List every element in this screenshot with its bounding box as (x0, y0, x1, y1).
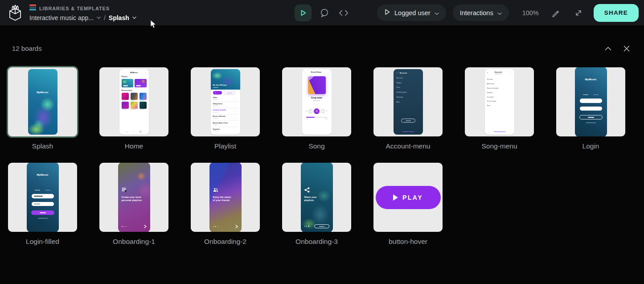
section-title: Playlists (122, 76, 128, 78)
board-tile-button-hover[interactable]: PLAY button-hover (373, 163, 443, 246)
playlist-add-icon (122, 187, 127, 193)
layers-icon (29, 4, 36, 12)
next-arrow-icon (144, 225, 147, 228)
page-dots (122, 226, 127, 227)
play-pill-button[interactable]: PLAY (376, 186, 441, 209)
signin-button (31, 210, 54, 215)
play-button[interactable] (295, 4, 312, 21)
password-field (580, 107, 602, 111)
board-label: Song-menu (465, 142, 534, 151)
chevron-down-icon[interactable] (97, 16, 101, 19)
album-grid (122, 93, 147, 109)
close-icon[interactable] (623, 45, 630, 52)
thumbnail-onboarding-3: Share your playlists (301, 163, 333, 232)
pause-button (314, 108, 320, 114)
app-logo-icon[interactable] (6, 4, 24, 22)
forgot-link (38, 218, 48, 218)
topbar-right-tools: Logged user Interactions 100% (377, 4, 639, 22)
artist-name: Artist name (313, 100, 320, 102)
artist-name: Artist name (488, 74, 509, 75)
share-button[interactable]: SHARE (594, 4, 639, 22)
bottom-nav: ⌂○▤ (119, 130, 149, 133)
chevron-down-icon (497, 9, 502, 16)
board-label: Account-menu (373, 142, 443, 151)
app-title: MyMusic (585, 78, 596, 81)
collapse-chevron-icon[interactable] (605, 46, 611, 51)
pencil-icon[interactable] (550, 7, 562, 18)
heart-share-icons: ♡ ^ (313, 103, 320, 105)
thumbnail-login: MyMusic (575, 67, 607, 136)
chevron-down-icon (435, 9, 439, 16)
board-tile-onboarding-3[interactable]: Share your playlists Onboarding-3 (282, 163, 351, 246)
play-pill (213, 91, 222, 95)
board-grid-row-2: MyMusic Login-filled Create your most pe… (0, 163, 644, 246)
libraries-templates-label: LIBRARIES & TEMPLATES (39, 6, 110, 11)
logged-user-label: Logged user (394, 9, 431, 16)
board-label: Login (556, 142, 625, 151)
board-tile-song-menu[interactable]: × Song nameArtist name ♡^ Start radio Ad… (465, 67, 534, 151)
expand-icon[interactable] (573, 8, 584, 18)
project-name-dropdown[interactable]: Interactive music app... (29, 14, 94, 21)
playlist-buttons (211, 90, 240, 96)
thumbnail-splash: MyMusic (28, 69, 57, 135)
board-tile-onboarding-2[interactable]: Enjoy the music of your friends Onboardi… (191, 163, 260, 246)
board-tile-account-menu[interactable]: ×My account My account Playback Social S… (373, 67, 443, 151)
board-tile-login-filled[interactable]: MyMusic Login-filled (8, 163, 77, 246)
search-icon: ○ (133, 130, 134, 133)
topbar: LIBRARIES & TEMPLATES Interactive music … (0, 0, 644, 25)
section-title: Recent activity (122, 90, 132, 91)
board-tile-login[interactable]: MyMusic Login (556, 67, 625, 151)
time-labels (306, 119, 328, 119)
breadcrumb-block: LIBRARIES & TEMPLATES Interactive music … (29, 4, 136, 21)
chevron-down-icon[interactable] (132, 16, 136, 19)
more-dots-icon: … (145, 76, 147, 78)
playlist-hero: My dear Mixtape (211, 69, 240, 90)
close-icon: × (397, 72, 398, 74)
board-grid-row-1: MyMusic Splash MyMusic⋮ Playlists… Recen… (0, 67, 644, 151)
picker-header: 12 boards (0, 45, 644, 52)
code-icon[interactable] (337, 8, 350, 18)
email-field (580, 99, 602, 103)
board-tile-home[interactable]: MyMusic⋮ Playlists… Recent activity… ⌂○▤… (99, 67, 168, 151)
more-dots-icon: … (145, 90, 147, 91)
interactions-dropdown[interactable]: Interactions (453, 4, 509, 21)
next-arrow-icon (235, 225, 238, 228)
album-art (308, 76, 326, 94)
app-window: LIBRARIES & TEMPLATES Interactive music … (0, 0, 644, 284)
shuffle-icon: ⇄ (306, 110, 307, 112)
repeat-icon: ↻ (326, 110, 328, 112)
playlist-cards (122, 79, 147, 87)
password-field (32, 202, 54, 206)
board-label: Onboarding-2 (191, 238, 260, 246)
app-title: MyMusic (130, 71, 138, 74)
onboarding-caption: Enjoy the music of your friends (213, 196, 234, 202)
playlist-title: My dear Mixtape (213, 84, 227, 86)
thumbnail-account-menu: ×My account My account Playback Social S… (394, 69, 423, 135)
signin-button (579, 115, 603, 119)
play-label: PLAY (402, 194, 423, 201)
board-count: 12 boards (12, 45, 42, 52)
thumbnail-song: ‹My dear Mixtape⋮ Song name Artist name … (302, 69, 332, 135)
board-tile-song[interactable]: ‹My dear Mixtape⋮ Song name Artist name … (282, 67, 351, 151)
thumbnail-login-filled: MyMusic (27, 163, 59, 232)
board-tile-splash[interactable]: MyMusic Splash (8, 67, 77, 151)
logged-user-dropdown[interactable]: Logged user (377, 4, 446, 21)
board-tile-playlist[interactable]: My dear Mixtape Hidden Holding Horses Cu… (191, 67, 260, 151)
footer-link (402, 132, 414, 132)
board-tile-onboarding-1[interactable]: Create your most personal playlists Onbo… (99, 163, 168, 246)
app-title: MyMusic (37, 173, 48, 176)
board-label: Playlist (191, 142, 260, 151)
shuffle-pill (224, 91, 235, 95)
board-label: button-hover (373, 238, 443, 246)
libraries-templates-link[interactable]: LIBRARIES & TEMPLATES (29, 4, 136, 12)
menu-items: Start radio Add to queue Remove from pla… (487, 78, 512, 107)
zoom-level[interactable]: 100% (522, 9, 539, 16)
kebab-icon: ⋮ (328, 71, 330, 73)
comment-icon[interactable] (319, 7, 330, 19)
board-label: Login-filled (8, 238, 77, 246)
heart-share-icons: ♡^ (509, 71, 512, 73)
app-title: MyMusic (28, 91, 57, 94)
breadcrumb: Interactive music app... / Splash (29, 14, 136, 21)
interactions-label: Interactions (460, 9, 493, 16)
current-board-dropdown[interactable]: Splash (109, 14, 129, 21)
